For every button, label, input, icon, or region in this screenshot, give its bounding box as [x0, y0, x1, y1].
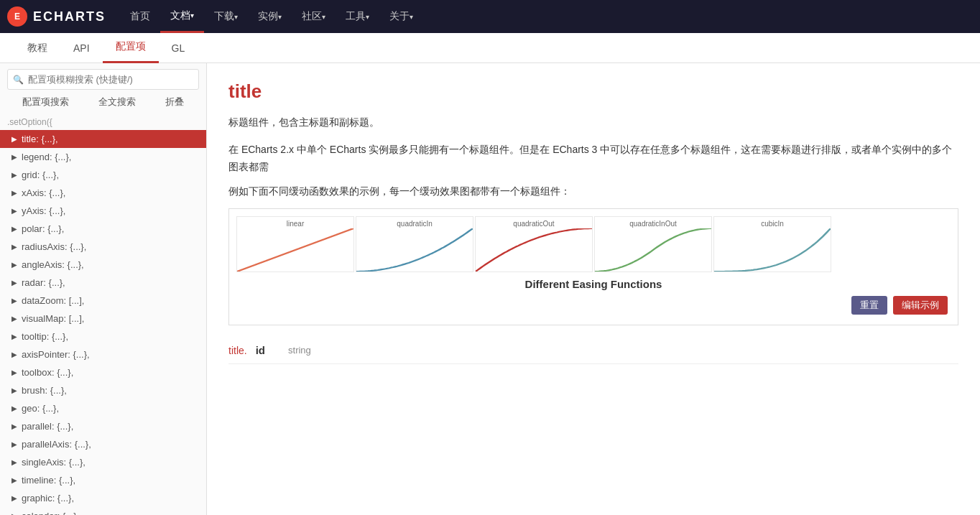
arrow-icon: ▶ [11, 333, 17, 340]
arrow-icon: ▶ [11, 368, 17, 376]
arrow-icon: ▶ [11, 171, 17, 179]
chart-cell: cubicIn [713, 216, 831, 272]
chart-cell: quadraticInOut [594, 216, 712, 272]
tab-config[interactable]: 配置项 [103, 33, 159, 63]
tree-item-axispointer[interactable]: ▶ axisPointer: {...}, [0, 345, 206, 363]
arrow-icon: ▶ [11, 279, 17, 287]
secondary-nav: 教程 API 配置项 GL [0, 33, 980, 63]
arrow-icon: ▶ [11, 422, 17, 430]
tab-gl[interactable]: GL [159, 33, 198, 63]
fulltext-search-btn[interactable]: 全文搜索 [98, 96, 136, 108]
tree-item-geo[interactable]: ▶ geo: {...}, [0, 399, 206, 417]
arrow-icon: ▶ [11, 476, 17, 484]
nav-home[interactable]: 首页 [120, 0, 160, 33]
tree-item-angleaxis[interactable]: ▶ angleAxis: {...}, [0, 256, 206, 274]
logo-text: ECHARTS [33, 9, 106, 24]
tree-item-parallelaxis[interactable]: ▶ parallelAxis: {...}, [0, 435, 206, 453]
tree-item-radiusaxis[interactable]: ▶ radiusAxis: {...}, [0, 238, 206, 256]
tree-item-graphic[interactable]: ▶ graphic: {...}, [0, 489, 206, 507]
search-input[interactable] [7, 69, 199, 90]
prop-name: id [256, 344, 265, 356]
sidebar: 🔍 配置项搜索 全文搜索 折叠 .setOption({ ▶ title: {.… [0, 63, 207, 515]
search-wrap: 🔍 [7, 69, 199, 90]
arrow-icon: ▶ [11, 225, 17, 233]
desc-text-1: 标题组件，包含主标题和副标题。 [228, 114, 958, 131]
search-icon: 🔍 [13, 75, 24, 85]
prop-type: string [288, 345, 311, 356]
tree-item-yaxis[interactable]: ▶ yAxis: {...}, [0, 202, 206, 220]
tree-item-grid[interactable]: ▶ grid: {...}, [0, 166, 206, 184]
reset-button[interactable]: 重置 [851, 296, 887, 315]
logo: E ECHARTS [7, 6, 106, 27]
tree-item-title[interactable]: ▶ title: {...}, [0, 130, 206, 148]
edit-example-button[interactable]: 编辑示例 [893, 296, 948, 315]
chart-buttons: 重置 编辑示例 [236, 292, 951, 317]
tree-item-timeline[interactable]: ▶ timeline: {...}, [0, 471, 206, 489]
config-search-btn[interactable]: 配置项搜索 [22, 96, 69, 108]
main-content: title 标题组件，包含主标题和副标题。 在 ECharts 2.x 中单个 … [207, 63, 980, 515]
arrow-icon: ▶ [11, 440, 17, 448]
logo-icon: E [7, 6, 27, 27]
arrow-icon: ▶ [11, 153, 17, 161]
chart-cell-label: linear [287, 220, 304, 228]
tree-item-singleaxis[interactable]: ▶ singleAxis: {...}, [0, 453, 206, 471]
nav-examples[interactable]: 实例▾ [248, 0, 292, 33]
chart-cell: linear [236, 216, 354, 272]
chart-cell-label: quadraticInOut [629, 220, 677, 228]
arrow-icon: ▶ [11, 386, 17, 394]
nav-about[interactable]: 关于▾ [379, 0, 423, 33]
arrow-icon: ▶ [11, 297, 17, 305]
prop-row: title. id string [228, 337, 958, 364]
tree-item-calendar[interactable]: ▶ calendar: {...}, [0, 507, 206, 515]
example-intro: 例如下面不同缓动函数效果的示例，每一个缓动效果图都带有一个标题组件： [228, 185, 958, 198]
tree-item-tooltip[interactable]: ▶ tooltip: {...}, [0, 328, 206, 345]
arrow-icon: ▶ [11, 189, 17, 197]
prop-path: title. [228, 345, 247, 356]
arrow-icon: ▶ [11, 135, 17, 143]
desc-text-2: 在 ECharts 2.x 中单个 ECharts 实例最多只能拥有一个标题组件… [228, 141, 958, 176]
arrow-icon: ▶ [11, 261, 17, 269]
tree-item-radar[interactable]: ▶ radar: {...}, [0, 274, 206, 292]
chart-footer: Different Easing Functions [236, 272, 951, 292]
tree-item-xaxis[interactable]: ▶ xAxis: {...}, [0, 184, 206, 202]
arrow-icon: ▶ [11, 458, 17, 466]
page-layout: 🔍 配置项搜索 全文搜索 折叠 .setOption({ ▶ title: {.… [0, 63, 980, 515]
arrow-icon: ▶ [11, 243, 17, 251]
tree-item-legend[interactable]: ▶ legend: {...}, [0, 148, 206, 166]
chart-cell: quadraticIn [356, 216, 473, 272]
chart-cell-label: cubicIn [761, 220, 784, 228]
chart-grid: linearquadraticInquadraticOutquadraticIn… [236, 216, 951, 272]
collapse-btn[interactable]: 折叠 [165, 96, 184, 108]
arrow-icon: ▶ [11, 207, 17, 215]
sidebar-search-wrap: 🔍 [0, 63, 206, 93]
nav-tools[interactable]: 工具▾ [336, 0, 379, 33]
chart-cell: quadraticOut [475, 216, 593, 272]
tab-tutorial[interactable]: 教程 [14, 33, 60, 63]
sidebar-actions: 配置项搜索 全文搜索 折叠 [0, 93, 206, 111]
chart-container: linearquadraticInquadraticOutquadraticIn… [228, 208, 958, 325]
chart-cell-label: quadraticIn [397, 220, 432, 228]
sidebar-tree: .setOption({ ▶ title: {...}, ▶ legend: {… [0, 111, 206, 515]
chart-cell-label: quadraticOut [513, 220, 554, 228]
nav-community[interactable]: 社区▾ [292, 0, 336, 33]
tree-item-polar[interactable]: ▶ polar: {...}, [0, 220, 206, 238]
tree-item-visualmap[interactable]: ▶ visualMap: [...], [0, 310, 206, 328]
tab-api[interactable]: API [60, 33, 103, 63]
tree-item-toolbox[interactable]: ▶ toolbox: {...}, [0, 363, 206, 381]
arrow-icon: ▶ [11, 315, 17, 323]
tree-item-datazoom[interactable]: ▶ dataZoom: [...], [0, 292, 206, 310]
tree-root: .setOption({ [0, 114, 206, 130]
page-title: title [228, 80, 958, 103]
nav-docs[interactable]: 文档▾ [160, 0, 204, 33]
tree-item-parallel[interactable]: ▶ parallel: {...}, [0, 417, 206, 435]
arrow-icon: ▶ [11, 404, 17, 412]
nav-download[interactable]: 下载▾ [204, 0, 248, 33]
top-nav: E ECHARTS 首页 文档▾ 下载▾ 实例▾ 社区▾ 工具▾ 关于▾ [0, 0, 980, 33]
arrow-icon: ▶ [11, 512, 17, 515]
arrow-icon: ▶ [11, 351, 17, 358]
arrow-icon: ▶ [11, 494, 17, 502]
tree-item-brush[interactable]: ▶ brush: {...}, [0, 381, 206, 399]
